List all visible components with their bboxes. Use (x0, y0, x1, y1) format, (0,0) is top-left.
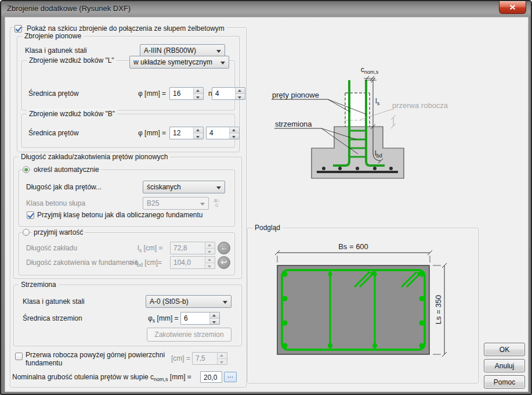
spin-down-icon[interactable] (236, 94, 245, 100)
stirrup-steel-select[interactable]: A-0 (St0S-b) (146, 295, 231, 308)
phi-b-spinner[interactable]: 12 (169, 127, 204, 139)
spin-up-icon[interactable] (194, 88, 203, 94)
n-b-spinner[interactable]: 4 (206, 127, 240, 139)
work-break-spinner: 7,5 (192, 352, 227, 365)
work-break-label: Przerwa robocza powyżej górnej powierzch… (26, 351, 168, 367)
footing-shape (312, 127, 404, 178)
assume-class-label: Przyjmij klasę betonu jak dla obliczaneg… (37, 211, 203, 219)
spin-down-icon[interactable] (194, 134, 203, 139)
work-break-checkbox[interactable] (15, 353, 23, 360)
show-sketch-checkbox[interactable] (15, 25, 22, 33)
help-button[interactable]: Pomoc (484, 375, 525, 389)
steel-grade-select[interactable]: A-IIIN (RB500W) (140, 44, 225, 57)
stirrup-phi-spinner[interactable]: 6 (180, 312, 220, 325)
lap-value-spinner: 72,8 (170, 242, 215, 254)
phi-l-value: 16 (170, 88, 193, 99)
assume-class-checkbox[interactable] (27, 211, 34, 219)
return-arrow-icon: ↩ (221, 258, 227, 267)
ls-preview-label: Ls = 350 (434, 295, 443, 324)
preview-title: Podgląd (252, 224, 283, 232)
spin-down-icon[interactable] (210, 319, 219, 325)
vertical-reinforcement-title: Zbrojenie pionowe (22, 32, 84, 40)
anchor-length-label: Długość zakotwienia w fundamencie (26, 258, 138, 267)
gap-dimension (391, 115, 396, 128)
ellipsis-icon: ... (227, 371, 233, 379)
length-for-value: ściskanych (147, 183, 181, 191)
spin-up-icon (218, 353, 227, 359)
spin-up-icon (205, 257, 215, 263)
transfer-anchor-button[interactable]: ↩ (218, 256, 230, 269)
stirrup-diameter-label: Średnica strzemion (23, 314, 82, 322)
ls-label: ls (375, 97, 380, 106)
window-title: Zbrojenie dodatkowe (Rysunek DXF) (7, 4, 131, 13)
anchor-value: 104,0 (171, 257, 205, 268)
spin-up-icon[interactable] (236, 88, 245, 94)
bs-dimension (275, 250, 432, 263)
lap-length-label: Długość zakładu (26, 244, 77, 252)
length-for-select[interactable]: ściskanych (143, 181, 225, 193)
length-for-label: Długość jak dla prętów... (26, 183, 102, 191)
anchor-value-spinner: 104,0 (170, 256, 215, 269)
show-sketch-label: Pokaż na szkicu zbrojenie do połączenia … (25, 24, 226, 33)
auto-radio[interactable] (23, 166, 30, 173)
work-break-unit: [cm] = (171, 354, 190, 362)
working-gap-label: przerwa robocza (392, 101, 448, 110)
spin-up-icon (205, 242, 215, 249)
stirrups-diagram-label: strzemiona (275, 120, 312, 128)
n-l-spinner[interactable]: 4 (212, 87, 245, 100)
cover-label: Nominalna grubość otulenia prętów w słup… (12, 373, 149, 381)
stirrup-steel-value: A-0 (St0S-b) (150, 297, 189, 306)
concrete-class-label: Klasa betonu słupa (26, 199, 85, 207)
anchor-symbol: > lbd [cm]= (129, 258, 162, 268)
spin-up-icon[interactable] (194, 127, 203, 134)
layout-select[interactable]: w układzie symetrycznym (129, 56, 229, 69)
bar-diameter-b-label: Średnica prętów (28, 129, 79, 137)
vertical-bars-label: pręty pionowe (272, 91, 319, 99)
dialog-window: Zbrojenie dodatkowe (Rysunek DXF) Pokaż … (0, 0, 532, 395)
title-bar[interactable]: Zbrojenie dodatkowe (Rysunek DXF) (1, 1, 531, 16)
lap-symbol: ls [cm] = (137, 244, 163, 253)
phi-l-label: φ [mm] = (138, 89, 166, 98)
foundation-schematic: cnom,s ls lbd prę (252, 57, 478, 225)
cancel-button[interactable]: Anuluj (484, 359, 525, 372)
sides-l-title: Zbrojenie wzdłuż boków "L" (27, 56, 117, 64)
n-l-value: 4 (212, 88, 235, 99)
manual-radio[interactable] (23, 229, 30, 236)
concrete-class-icon[interactable]: B↓ C (211, 197, 223, 210)
n-b-value: 4 (207, 127, 229, 139)
cover-more-button[interactable]: ... (224, 372, 237, 382)
manual-radio-label: przyjmij wartość (32, 228, 85, 236)
spin-down-icon (205, 249, 215, 254)
lap-length-title: Długość zakładu/zakotwienia prętów piono… (19, 153, 170, 161)
cover-value: 20,0 (201, 372, 222, 382)
auto-radio-label: określ automatycznie (32, 166, 101, 174)
spin-up-icon[interactable] (230, 127, 239, 134)
transfer-lap-button[interactable]: ← (218, 242, 230, 254)
phi-b-value: 12 (170, 127, 193, 139)
lap-value: 72,8 (171, 242, 205, 254)
spin-down-icon[interactable] (230, 134, 239, 139)
steel-grade-value: A-IIIN (RB500W) (144, 46, 196, 55)
close-icon (509, 5, 516, 10)
cross-section-preview: Bs = 600 (249, 234, 475, 380)
stirrup-steel-label: Klasa i gatunek stali (23, 297, 85, 306)
layout-value: w układzie symetrycznym (133, 58, 212, 66)
concrete-section (277, 265, 429, 354)
sides-b-title: Zbrojenie wzdłuż boków "B" (27, 110, 117, 118)
dialog-client-area: Pokaż na szkicu zbrojenie do połączenia … (5, 17, 529, 392)
cover-symbol: cnom,s [mm] = (150, 373, 191, 382)
spin-down-icon (205, 263, 215, 269)
spin-down-icon[interactable] (194, 94, 203, 100)
phi-l-spinner[interactable]: 16 (169, 87, 204, 100)
stirrups-title: Strzemiona (19, 281, 59, 289)
spin-up-icon[interactable] (210, 313, 219, 319)
cover-value-field[interactable]: 20,0 (200, 371, 222, 383)
stirrup-anchor-button: Zakotwienie strzemion (147, 328, 231, 342)
ok-button[interactable]: OK (484, 343, 525, 356)
stirrup-phi-symbol: φs [mm] = (148, 314, 179, 324)
stirrup-phi-value: 6 (181, 313, 209, 324)
close-button[interactable] (499, 1, 526, 14)
bs-dim-label: Bs = 600 (338, 242, 368, 251)
steel-grade-label: Klasa i gatunek stali (25, 46, 87, 55)
left-arrow-icon: ← (220, 243, 228, 252)
